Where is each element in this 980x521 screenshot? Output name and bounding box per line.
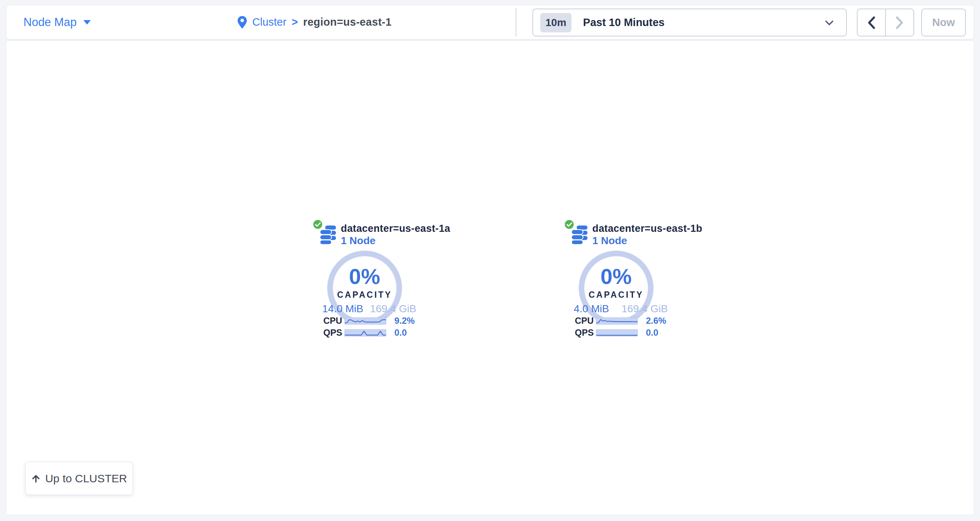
capacity-percent: 0%: [558, 266, 674, 287]
chevron-left-icon: [867, 16, 876, 30]
up-to-cluster-button[interactable]: Up to CLUSTER: [25, 462, 133, 495]
time-next-button[interactable]: [886, 9, 913, 36]
qps-value: 0.0: [646, 328, 658, 338]
datacenter-card-header: datacenter=us-east-1a 1 Node: [307, 218, 422, 245]
datacenter-titles: datacenter=us-east-1b 1 Node: [592, 223, 702, 246]
capacity-used: 4.0 MiB: [574, 303, 609, 315]
header-divider: [515, 8, 516, 37]
capacity-label: CAPACITY: [558, 290, 674, 300]
breadcrumb-current: region=us-east-1: [303, 16, 392, 28]
datacenter-node-count: 1 Node: [341, 235, 450, 246]
view-switcher-label: Node Map: [24, 16, 76, 29]
healthy-check-icon: [312, 219, 323, 230]
cpu-sparkline: [345, 317, 386, 325]
chevron-down-icon: [824, 19, 835, 27]
time-range-label: Past 10 Minutes: [583, 16, 665, 29]
arrow-up-icon: [31, 473, 41, 483]
up-to-cluster-label: Up to CLUSTER: [45, 472, 127, 485]
healthy-check-icon: [564, 219, 575, 230]
breadcrumb-cluster-link[interactable]: Cluster: [252, 16, 286, 28]
view-switcher-dropdown[interactable]: Node Map: [24, 5, 91, 39]
capacity-label: CAPACITY: [307, 290, 422, 300]
qps-metric-row: QPS 0.0: [575, 329, 671, 336]
datacenter-card-header: datacenter=us-east-1b 1 Node: [558, 218, 674, 245]
datacenter-title: datacenter=us-east-1b: [592, 223, 702, 235]
time-range-badge: 10m: [540, 13, 571, 32]
time-step-buttons: [857, 8, 914, 37]
nodes-icon-wrap: [566, 219, 590, 245]
capacity-total: 169.4 GiB: [621, 303, 668, 315]
breadcrumb-separator: >: [292, 16, 298, 28]
qps-sparkline: [596, 329, 638, 336]
cpu-value: 9.2%: [395, 315, 415, 326]
header-bar: Node Map Cluster > region=us-east-1 10m …: [6, 5, 974, 40]
time-prev-button[interactable]: [858, 9, 886, 36]
capacity-used: 14.0 MiB: [322, 303, 363, 315]
datacenter-node-count: 1 Node: [592, 235, 702, 246]
datacenter-title: datacenter=us-east-1a: [341, 223, 450, 235]
time-range-dropdown[interactable]: 10m Past 10 Minutes: [532, 8, 847, 37]
cpu-label: CPU: [575, 315, 596, 326]
qps-value: 0.0: [395, 328, 407, 338]
qps-label: QPS: [575, 328, 596, 338]
chevron-down-icon: [83, 20, 91, 25]
qps-sparkline: [345, 329, 386, 336]
cpu-value: 2.6%: [646, 315, 667, 326]
cpu-metric-row: CPU 9.2%: [323, 317, 420, 325]
capacity-percent: 0%: [307, 266, 422, 287]
breadcrumb: Cluster > region=us-east-1: [237, 5, 391, 39]
now-button[interactable]: Now: [921, 8, 966, 37]
qps-label: QPS: [323, 328, 345, 338]
location-pin-icon: [237, 16, 247, 29]
datacenter-card-us-east-1a[interactable]: datacenter=us-east-1a 1 Node 0% CAPACITY…: [307, 218, 422, 343]
cpu-sparkline: [596, 317, 638, 325]
qps-metric-row: QPS 0.0: [323, 329, 420, 336]
capacity-used-total-row: 14.0 MiB 169.4 GiB: [322, 303, 416, 315]
capacity-used-total-row: 4.0 MiB 169.4 GiB: [574, 303, 668, 315]
datacenter-titles: datacenter=us-east-1a 1 Node: [341, 223, 450, 246]
capacity-total: 169.4 GiB: [370, 303, 416, 315]
cpu-label: CPU: [323, 315, 345, 326]
datacenter-card-us-east-1b[interactable]: datacenter=us-east-1b 1 Node 0% CAPACITY…: [558, 218, 674, 343]
nodes-icon-wrap: [315, 219, 338, 245]
cpu-metric-row: CPU 2.6%: [575, 317, 671, 325]
node-map-canvas: datacenter=us-east-1a 1 Node 0% CAPACITY…: [6, 41, 974, 515]
chevron-right-icon: [895, 16, 904, 30]
node-map-page: Node Map Cluster > region=us-east-1 10m …: [0, 0, 980, 521]
